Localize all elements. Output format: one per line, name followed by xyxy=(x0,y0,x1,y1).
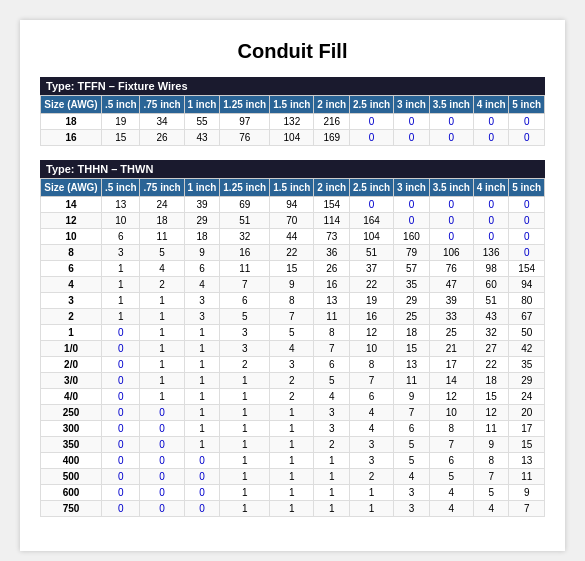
table-cell: 12 xyxy=(41,213,102,229)
table-cell: 17 xyxy=(509,421,545,437)
table-cell: 32 xyxy=(473,325,508,341)
table-cell: 98 xyxy=(473,261,508,277)
table-cell: 0 xyxy=(509,114,545,130)
col-header: 4 inch xyxy=(473,96,508,114)
col-header: 3 inch xyxy=(394,96,429,114)
table-cell: 3 xyxy=(349,437,393,453)
table-cell: 3 xyxy=(349,453,393,469)
table-cell: 750 xyxy=(41,501,102,517)
table-row: 181934559713221600000 xyxy=(41,114,545,130)
table-cell: 69 xyxy=(220,197,270,213)
table-cell: 60 xyxy=(473,277,508,293)
section1-header: Type: TFFN – Fixture Wires xyxy=(40,77,545,95)
table-cell: 22 xyxy=(473,357,508,373)
table-cell: 4 xyxy=(314,389,349,405)
table-cell: 11 xyxy=(509,469,545,485)
table-cell: 0 xyxy=(102,437,140,453)
table-cell: 73 xyxy=(314,229,349,245)
table-cell: 0 xyxy=(102,469,140,485)
table-cell: 1 xyxy=(102,309,140,325)
table-cell: 0 xyxy=(102,357,140,373)
col-header: 1.5 inch xyxy=(270,96,314,114)
table-cell: 0 xyxy=(394,114,429,130)
section2-table: Size (AWG).5 inch.75 inch1 inch1.25 inch… xyxy=(40,178,545,517)
col-header: .75 inch xyxy=(140,96,184,114)
table-cell: 2 xyxy=(270,373,314,389)
table-cell: 7 xyxy=(220,277,270,293)
table-cell: 36 xyxy=(314,245,349,261)
table-row: 412479162235476094 xyxy=(41,277,545,293)
table-cell: 11 xyxy=(140,229,184,245)
table-cell: 2 xyxy=(314,437,349,453)
table-cell: 400 xyxy=(41,453,102,469)
table-cell: 32 xyxy=(220,229,270,245)
table-cell: 5 xyxy=(220,309,270,325)
table-cell: 24 xyxy=(509,389,545,405)
section1-header-row: Size (AWG).5 inch.75 inch1 inch1.25 inch… xyxy=(41,96,545,114)
table-cell: 8 xyxy=(349,357,393,373)
table-cell: 4 xyxy=(429,485,473,501)
table-cell: 12 xyxy=(473,405,508,421)
col-header: .5 inch xyxy=(102,96,140,114)
table-cell: 11 xyxy=(394,373,429,389)
table-cell: 94 xyxy=(270,197,314,213)
table-cell: 1 xyxy=(220,469,270,485)
section-tffn: Type: TFFN – Fixture Wires Size (AWG).5 … xyxy=(40,77,545,146)
table-cell: 6 xyxy=(394,421,429,437)
table-cell: 29 xyxy=(184,213,219,229)
table-cell: 7 xyxy=(349,373,393,389)
table-cell: 1 xyxy=(184,437,219,453)
table-cell: 1 xyxy=(140,357,184,373)
table-cell: 39 xyxy=(429,293,473,309)
table-cell: 15 xyxy=(473,389,508,405)
table-cell: 18 xyxy=(41,114,102,130)
section1-table: Size (AWG).5 inch.75 inch1 inch1.25 inch… xyxy=(40,95,545,146)
table-cell: 1 xyxy=(140,373,184,389)
table-cell: 0 xyxy=(349,130,393,146)
table-cell: 35 xyxy=(394,277,429,293)
col-header: 3.5 inch xyxy=(429,179,473,197)
table-cell: 8 xyxy=(473,453,508,469)
table-cell: 1 xyxy=(220,453,270,469)
table-row: 10113581218253250 xyxy=(41,325,545,341)
table-cell: 7 xyxy=(429,437,473,453)
table-cell: 7 xyxy=(473,469,508,485)
table-cell: 7 xyxy=(394,405,429,421)
table-cell: 12 xyxy=(429,389,473,405)
table-cell: 0 xyxy=(102,325,140,341)
table-cell: 3 xyxy=(314,421,349,437)
table-cell: 2 xyxy=(349,469,393,485)
table-cell: 1 xyxy=(102,277,140,293)
col-header: 1 inch xyxy=(184,96,219,114)
table-cell: 0 xyxy=(429,130,473,146)
table-cell: 0 xyxy=(184,485,219,501)
table-cell: 5 xyxy=(270,325,314,341)
table-cell: 0 xyxy=(140,421,184,437)
table-cell: 1 xyxy=(140,309,184,325)
table-cell: 5 xyxy=(140,245,184,261)
table-cell: 106 xyxy=(429,245,473,261)
table-cell: 19 xyxy=(349,293,393,309)
table-cell: 9 xyxy=(270,277,314,293)
table-row: 2/0011236813172235 xyxy=(41,357,545,373)
table-cell: 0 xyxy=(509,197,545,213)
table-cell: 24 xyxy=(140,197,184,213)
col-header: 3.5 inch xyxy=(429,96,473,114)
table-cell: 350 xyxy=(41,437,102,453)
table-row: 500000111245711 xyxy=(41,469,545,485)
section-thhn: Type: THHN – THWN Size (AWG).5 inch.75 i… xyxy=(40,160,545,517)
table-row: 4/001112469121524 xyxy=(41,389,545,405)
table-cell: 0 xyxy=(473,130,508,146)
table-cell: 600 xyxy=(41,485,102,501)
table-cell: 3 xyxy=(220,325,270,341)
table-cell: 0 xyxy=(102,373,140,389)
table-cell: 70 xyxy=(270,213,314,229)
col-header: .75 inch xyxy=(140,179,184,197)
section2-header: Type: THHN – THWN xyxy=(40,160,545,178)
table-cell: 154 xyxy=(509,261,545,277)
table-row: 25000111347101220 xyxy=(41,405,545,421)
col-header: 1.25 inch xyxy=(220,96,270,114)
table-cell: 0 xyxy=(509,213,545,229)
table-cell: 97 xyxy=(220,114,270,130)
table-cell: 1 xyxy=(220,485,270,501)
